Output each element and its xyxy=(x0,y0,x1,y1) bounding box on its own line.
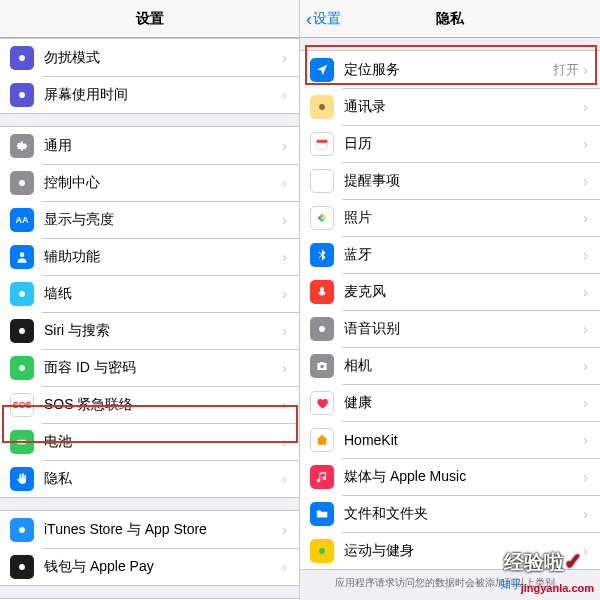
chevron-right-icon: › xyxy=(583,173,588,188)
row-label: 电池 xyxy=(44,433,282,451)
settings-group: 通用›控制中心›AA显示与亮度›辅助功能›墙纸›Siri 与搜索›面容 ID 与… xyxy=(0,126,299,498)
home-icon xyxy=(310,428,334,452)
svg-rect-8 xyxy=(26,440,27,442)
svg-point-0 xyxy=(19,55,25,61)
navbar-settings: 设置 xyxy=(0,0,299,38)
row-label: iTunes Store 与 App Store xyxy=(44,521,282,539)
settings-row[interactable]: 日历› xyxy=(300,125,600,162)
row-label: 健康 xyxy=(344,394,583,412)
settings-row[interactable]: 相机› xyxy=(300,347,600,384)
chevron-right-icon: › xyxy=(282,87,287,102)
svg-point-24 xyxy=(319,548,325,554)
chevron-right-icon: › xyxy=(282,323,287,338)
reminders-icon xyxy=(310,169,334,193)
row-label: 面容 ID 与密码 xyxy=(44,359,282,377)
row-label: 文件和文件夹 xyxy=(344,505,583,523)
settings-row[interactable]: 蓝牙› xyxy=(300,236,600,273)
settings-row[interactable]: 墙纸› xyxy=(0,275,299,312)
settings-row[interactable]: 勿扰模式› xyxy=(0,39,299,76)
chevron-right-icon: › xyxy=(282,360,287,375)
settings-row[interactable]: 隐私› xyxy=(0,460,299,497)
svg-point-6 xyxy=(19,365,25,371)
row-label: 通讯录 xyxy=(344,98,583,116)
settings-row[interactable]: 控制中心› xyxy=(0,164,299,201)
settings-row[interactable]: 语音识别› xyxy=(300,310,600,347)
wave-icon xyxy=(310,317,334,341)
row-label: SOS 紧急联络 xyxy=(44,396,282,414)
folder-icon xyxy=(310,502,334,526)
svg-point-5 xyxy=(19,328,25,334)
settings-row[interactable]: 提醒事项› xyxy=(300,162,600,199)
settings-row[interactable]: 屏幕使用时间› xyxy=(0,76,299,113)
chevron-right-icon: › xyxy=(282,286,287,301)
row-label: 提醒事项 xyxy=(344,172,583,190)
row-label: 蓝牙 xyxy=(344,246,583,264)
SOS-icon: SOS xyxy=(10,393,34,417)
settings-row[interactable]: 面容 ID 与密码› xyxy=(0,349,299,386)
settings-row[interactable]: 定位服务打开› xyxy=(300,51,600,88)
settings-row[interactable]: 电池› xyxy=(0,423,299,460)
runner-icon xyxy=(310,539,334,563)
row-label: 相机 xyxy=(344,357,583,375)
person-icon xyxy=(10,245,34,269)
settings-row[interactable]: 照片› xyxy=(300,199,600,236)
settings-row[interactable]: 通讯录› xyxy=(300,88,600,125)
zhihu-watermark: 知乎 xyxy=(500,577,522,592)
row-label: 麦克风 xyxy=(344,283,583,301)
back-button[interactable]: ‹ 设置 xyxy=(306,10,341,28)
settings-row[interactable]: SOSSOS 紧急联络› xyxy=(0,386,299,423)
row-label: HomeKit xyxy=(344,432,583,448)
gear-icon xyxy=(10,134,34,158)
row-label: 钱包与 Apple Pay xyxy=(44,558,282,576)
row-label: 照片 xyxy=(344,209,583,227)
svg-point-2 xyxy=(19,180,25,186)
chevron-right-icon: › xyxy=(282,559,287,574)
photos-icon xyxy=(310,206,334,230)
settings-row[interactable]: 麦克风› xyxy=(300,273,600,310)
chevron-left-icon: ‹ xyxy=(306,10,312,28)
row-label: 定位服务 xyxy=(344,61,553,79)
settings-row[interactable]: 钱包与 Apple Pay› xyxy=(0,548,299,585)
battery-icon xyxy=(10,430,34,454)
settings-row[interactable]: AA显示与亮度› xyxy=(0,201,299,238)
settings-row[interactable]: 文件和文件夹› xyxy=(300,495,600,532)
svg-point-9 xyxy=(19,527,25,533)
settings-row[interactable]: 辅助功能› xyxy=(0,238,299,275)
chevron-right-icon: › xyxy=(583,543,588,558)
chevron-right-icon: › xyxy=(583,210,588,225)
calendar-icon xyxy=(310,132,334,156)
check-icon: ✓ xyxy=(564,549,582,574)
heart-icon xyxy=(310,391,334,415)
chevron-right-icon: › xyxy=(282,522,287,537)
back-label: 设置 xyxy=(313,10,341,28)
row-label: 隐私 xyxy=(44,470,282,488)
chevron-right-icon: › xyxy=(583,506,588,521)
svg-rect-7 xyxy=(17,439,25,444)
chevron-right-icon: › xyxy=(282,397,287,412)
chevron-right-icon: › xyxy=(583,62,588,77)
settings-row[interactable]: 通用› xyxy=(0,127,299,164)
settings-row[interactable]: Siri 与搜索› xyxy=(0,312,299,349)
appstore-icon xyxy=(10,518,34,542)
settings-row[interactable]: 健康› xyxy=(300,384,600,421)
hourglass-icon xyxy=(10,83,34,107)
mic-icon xyxy=(310,280,334,304)
row-label: 日历 xyxy=(344,135,583,153)
chevron-right-icon: › xyxy=(583,247,588,262)
svg-point-3 xyxy=(20,252,25,257)
svg-point-23 xyxy=(320,364,324,368)
chevron-right-icon: › xyxy=(282,471,287,486)
settings-row[interactable]: 媒体与 Apple Music› xyxy=(300,458,600,495)
wallet-icon xyxy=(10,555,34,579)
chevron-right-icon: › xyxy=(583,432,588,447)
settings-row[interactable]: iTunes Store 与 App Store› xyxy=(0,511,299,548)
camera-icon xyxy=(310,354,334,378)
chevron-right-icon: › xyxy=(583,136,588,151)
row-label: 勿扰模式 xyxy=(44,49,282,67)
siri-icon xyxy=(10,319,34,343)
settings-group: 勿扰模式›屏幕使用时间› xyxy=(0,38,299,114)
row-label: 通用 xyxy=(44,137,282,155)
hand-icon xyxy=(10,467,34,491)
settings-row[interactable]: HomeKit› xyxy=(300,421,600,458)
chevron-right-icon: › xyxy=(583,99,588,114)
